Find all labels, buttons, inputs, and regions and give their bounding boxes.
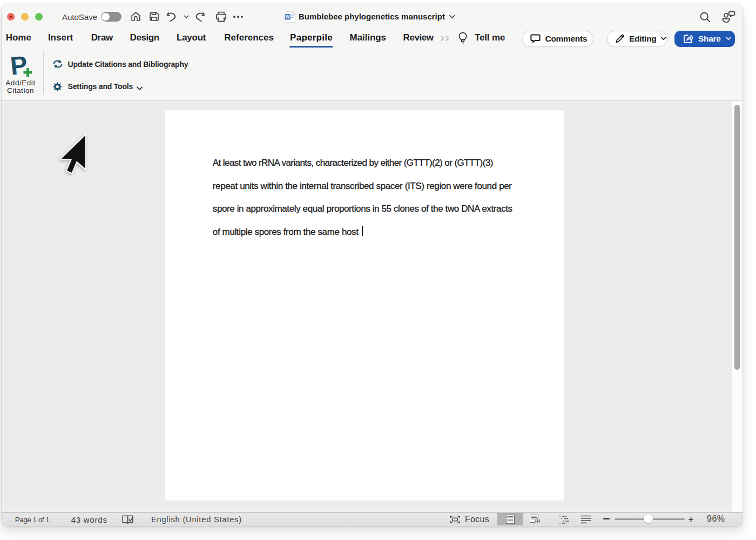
- svg-text:W: W: [286, 14, 291, 19]
- svg-text:P: P: [9, 51, 29, 79]
